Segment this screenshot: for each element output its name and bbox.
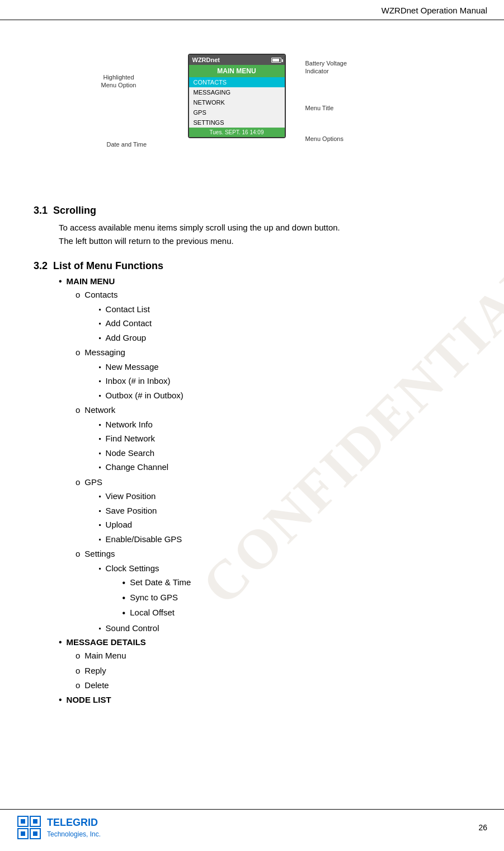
annotation-highlighted-menu: HighlightedMenu Option: [101, 73, 136, 90]
contacts-label: Contacts: [84, 290, 117, 299]
battery-icon: [271, 58, 281, 63]
main-menu-item-root: • MAIN MENU o Contacts ▪ Contact List: [59, 276, 470, 635]
enable-disable-gps-item: ▪ Enable/Disable GPS: [98, 532, 182, 547]
contacts-sub-list: ▪ Contact List ▪ Add Contact ▪ Add Group: [98, 302, 152, 345]
node-search-item: ▪ Node Search: [98, 446, 168, 460]
screen-menu-item-network: NETWORK: [189, 97, 285, 107]
svg-rect-4: [21, 819, 25, 824]
section-3-1-line2: The left button will return to the previ…: [59, 234, 470, 248]
outbox-item: ▪ Outbox (# in Outbox): [98, 388, 183, 403]
section-3-2-heading: 3.2 List of Menu Functions: [34, 260, 470, 272]
main-menu-bullet: • MAIN MENU: [59, 276, 470, 286]
md-delete-item: o Delete: [76, 678, 470, 693]
clock-settings-sub-list: • Set Date & Time • Sync to GPS: [123, 575, 191, 621]
message-details-bullet: • MESSAGE DETAILS: [59, 637, 470, 647]
annotation-menu-title: Menu Title: [305, 104, 334, 112]
footer-logo: TELEGRID Technologies, Inc.: [17, 815, 101, 840]
contacts-item: o Contacts ▪ Contact List ▪ Add Contact: [76, 288, 470, 345]
svg-rect-6: [21, 831, 25, 836]
sync-to-gps-item: • Sync to GPS: [123, 590, 191, 605]
main-menu-label: MAIN MENU: [67, 276, 115, 286]
add-group-item: ▪ Add Group: [98, 331, 152, 345]
network-label: Network: [84, 405, 115, 415]
contact-list-item: ▪ Contact List: [98, 302, 152, 317]
battery-fill: [272, 59, 279, 62]
telegrid-logo-icon: [17, 815, 41, 840]
section-3-2-number: 3.2: [34, 260, 48, 272]
view-position-item: ▪ View Position: [98, 489, 182, 504]
local-offset-item: • Local Offset: [123, 605, 191, 620]
svg-rect-5: [33, 819, 37, 824]
gps-item: o GPS ▪ View Position ▪ Save Position: [76, 475, 470, 547]
diagram-area: HighlightedMenu Option Date and Time WZR…: [34, 43, 470, 188]
node-list-root: • NODE LIST: [59, 695, 470, 705]
md-reply-item: o Reply: [76, 664, 470, 678]
main-content: HighlightedMenu Option Date and Time WZR…: [0, 20, 504, 752]
change-channel-item: ▪ Change Channel: [98, 460, 168, 474]
screen-menu-item-settings: SETTINGS: [189, 117, 285, 128]
messaging-sub-list: ▪ New Message ▪ Inbox (# in Inbox) ▪ Out…: [98, 360, 183, 403]
md-main-menu-item: o Main Menu: [76, 648, 470, 663]
annotation-date-time: Date and Time: [107, 140, 147, 148]
manual-title: WZRDnet Operation Manual: [381, 6, 487, 15]
messaging-item: o Messaging ▪ New Message ▪ Inbox (# in …: [76, 345, 470, 402]
screen-brand: WZRDnet: [192, 57, 220, 63]
device-screen: WZRDnet MAIN MENU CONTACTS MESSAGING NET…: [188, 54, 286, 138]
screen-menu-title: MAIN MENU: [189, 65, 285, 77]
network-info-item: ▪ Network Info: [98, 417, 168, 432]
section-3-1-line1: To access available menu items simply sc…: [59, 221, 470, 234]
message-details-root: • MESSAGE DETAILS o Main Menu o Reply o …: [59, 637, 470, 693]
page-footer: TELEGRID Technologies, Inc. 26: [0, 809, 504, 840]
page-header: WZRDnet Operation Manual: [0, 0, 504, 20]
settings-sub-list: ▪ Clock Settings • Set Date & Time: [98, 561, 191, 636]
network-item: o Network ▪ Network Info ▪ Find Network: [76, 403, 470, 474]
company-sub: Technologies, Inc.: [47, 830, 101, 839]
add-contact-item: ▪ Add Contact: [98, 316, 152, 331]
settings-label: Settings: [84, 549, 115, 558]
page-number: 26: [478, 823, 487, 832]
gps-sub-list: ▪ View Position ▪ Save Position ▪ Upload: [98, 489, 182, 546]
gps-label: GPS: [84, 477, 102, 487]
main-menu-sub-list: o Contacts ▪ Contact List ▪ Add Contact: [76, 288, 470, 635]
screen-menu-item-contacts: CONTACTS: [189, 77, 285, 87]
node-list-bullet: • NODE LIST: [59, 695, 470, 705]
company-name: TELEGRID: [47, 816, 101, 830]
network-sub-list: ▪ Network Info ▪ Find Network ▪ Node Sea…: [98, 417, 168, 474]
menu-functions-list: • MAIN MENU o Contacts ▪ Contact List: [59, 276, 470, 705]
footer-logo-text: TELEGRID Technologies, Inc.: [47, 816, 101, 839]
device-container: HighlightedMenu Option Date and Time WZR…: [90, 43, 414, 188]
svg-rect-7: [33, 831, 37, 836]
set-date-time-item: • Set Date & Time: [123, 575, 191, 590]
screen-menu-item-gps: GPS: [189, 107, 285, 117]
section-3-1-title: Scrolling: [53, 205, 96, 217]
save-position-item: ▪ Save Position: [98, 504, 182, 518]
section-3-2-title: List of Menu Functions: [53, 260, 163, 272]
section-3-1-heading: 3.1 Scrolling: [34, 205, 470, 217]
sound-control-item: ▪ Sound Control: [98, 621, 191, 636]
inbox-item: ▪ Inbox (# in Inbox): [98, 374, 183, 388]
screen-date-bar: Tues. SEPT. 16 14:09: [189, 128, 285, 137]
clock-settings-item: ▪ Clock Settings • Set Date & Time: [98, 561, 191, 621]
find-network-item: ▪ Find Network: [98, 431, 168, 446]
messaging-label: Messaging: [84, 347, 125, 357]
upload-item: ▪ Upload: [98, 518, 182, 532]
settings-item: o Settings ▪ Clock Settings •: [76, 547, 470, 635]
node-list-label: NODE LIST: [67, 695, 111, 704]
section-3-1-number: 3.1: [34, 205, 48, 217]
screen-title-bar: WZRDnet: [189, 55, 285, 65]
screen-menu-item-messaging: MESSAGING: [189, 87, 285, 97]
annotation-menu-options: Menu Options: [305, 135, 343, 143]
message-details-sub-list: o Main Menu o Reply o Delete: [76, 648, 470, 693]
section-3-1-body: To access available menu items simply sc…: [59, 221, 470, 248]
new-message-item: ▪ New Message: [98, 360, 183, 374]
annotation-battery: Battery VoltageIndicator: [305, 59, 347, 76]
message-details-label: MESSAGE DETAILS: [67, 637, 146, 647]
